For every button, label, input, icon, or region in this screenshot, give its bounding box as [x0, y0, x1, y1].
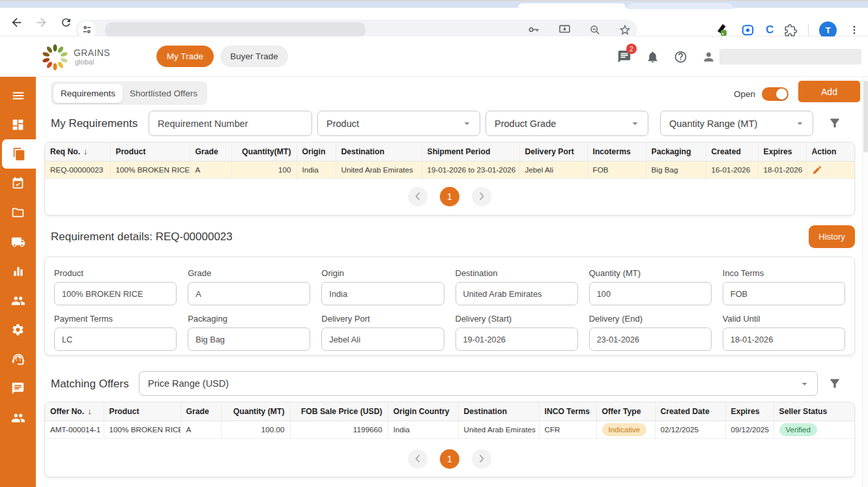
page-1-button[interactable]: 1: [440, 449, 459, 469]
col-packaging[interactable]: Packaging: [646, 143, 706, 161]
field-delivery-end-value[interactable]: 23-01-2026: [589, 327, 712, 351]
price-range-filter-select[interactable]: Price Range (USD): [139, 371, 818, 396]
my-trade-button[interactable]: My Trade: [156, 46, 214, 67]
col-grade[interactable]: Grade: [190, 143, 231, 161]
sidebar-item-chat[interactable]: [0, 374, 36, 403]
open-toggle[interactable]: [762, 87, 788, 101]
page-1-button[interactable]: 1: [440, 187, 459, 206]
tab-requirements[interactable]: Requirements: [53, 84, 123, 103]
help-icon[interactable]: [674, 50, 687, 64]
sidebar-item-reports[interactable]: [0, 257, 36, 286]
extension-box-icon[interactable]: [740, 23, 755, 38]
add-button[interactable]: Add: [798, 81, 860, 102]
sidebar-item-shipping[interactable]: [0, 227, 36, 257]
field-inco-terms: Inco TermsFOB: [723, 268, 845, 305]
field-valid-until-value[interactable]: 18-01-2026: [723, 327, 845, 351]
offers-filter-funnel-icon[interactable]: [828, 377, 841, 390]
forward-button[interactable]: [30, 11, 52, 33]
field-quantity-value[interactable]: 100: [589, 282, 712, 305]
reload-button[interactable]: [55, 11, 77, 33]
user-profile-icon[interactable]: [702, 50, 716, 64]
open-toggle-label: Open: [734, 89, 755, 99]
tab-shortlisted-offers[interactable]: Shortlisted Offers: [123, 84, 205, 103]
col-product[interactable]: Product: [110, 143, 190, 161]
field-delivery-start-value[interactable]: 19-01-2026: [456, 327, 578, 351]
browser-tab-strip: [0, 0, 868, 8]
col-origin-country[interactable]: Origin Country: [388, 402, 458, 421]
field-destination-value[interactable]: United Arab Emirates: [456, 282, 578, 305]
col-offer-type[interactable]: Offer Type: [596, 402, 655, 421]
menu-kebab-icon[interactable]: [848, 24, 860, 36]
quantity-range-filter-select[interactable]: Quantity Range (MT): [660, 111, 813, 136]
col-created-date[interactable]: Created Date: [655, 402, 725, 421]
prev-page-button[interactable]: [408, 449, 427, 469]
col-shipment-period[interactable]: Shipment Period: [422, 143, 519, 161]
field-delivery-start: Delivery (Start)19-01-2026: [456, 314, 578, 351]
field-packaging-value[interactable]: Big Bag: [188, 327, 310, 351]
extensions-puzzle-icon[interactable]: [784, 23, 798, 37]
sidebar-item-requirements[interactable]: [2, 139, 36, 169]
col-seller-status[interactable]: Seller Status: [774, 402, 855, 421]
install-icon[interactable]: [558, 23, 571, 36]
filter-funnel-icon[interactable]: [828, 117, 841, 130]
col-origin[interactable]: Origin: [297, 143, 336, 161]
col-offer-no[interactable]: Offer No.↓: [45, 402, 104, 421]
col-created[interactable]: Created: [706, 143, 758, 161]
product-filter-select[interactable]: Product: [317, 111, 480, 136]
col-req-no[interactable]: Req No.↓: [45, 143, 110, 161]
col-inco-terms[interactable]: INCO Terms: [539, 402, 596, 421]
buyer-trade-button[interactable]: Buyer Trade: [220, 46, 288, 67]
sidebar-item-calendar[interactable]: [0, 169, 36, 198]
prev-page-button[interactable]: [408, 187, 427, 206]
notifications-bell-icon[interactable]: [646, 50, 659, 64]
app-logo[interactable]: GRAINS global: [40, 42, 110, 71]
extension-c-icon[interactable]: C: [766, 23, 774, 36]
back-button[interactable]: [5, 11, 27, 33]
col-expires[interactable]: Expires: [725, 402, 774, 421]
col-destination[interactable]: Destination: [458, 402, 539, 421]
site-settings-icon[interactable]: [78, 21, 96, 38]
offer-row[interactable]: AMT-000014-1 100% BROKEN RICE A 100.00 1…: [45, 421, 855, 438]
field-product: Product100% BROKEN RICE: [54, 268, 177, 305]
requirement-number-input[interactable]: [149, 111, 312, 136]
field-origin-value[interactable]: India: [321, 282, 444, 305]
product-grade-filter-select[interactable]: Product Grade: [485, 111, 648, 136]
sidebar-item-support[interactable]: [0, 344, 36, 374]
messages-count-badge: 2: [626, 44, 637, 54]
field-inco-terms-value[interactable]: FOB: [723, 282, 845, 305]
bookmark-star-icon[interactable]: [618, 23, 631, 36]
offers-pagination: 1: [45, 449, 854, 469]
messages-button[interactable]: 2: [617, 49, 631, 64]
edit-action-cell[interactable]: [806, 161, 855, 178]
sidebar-item-users[interactable]: [0, 403, 36, 432]
sidebar: [0, 77, 36, 487]
sidebar-item-folder[interactable]: [0, 198, 36, 227]
col-grade[interactable]: Grade: [181, 402, 221, 421]
col-quantity[interactable]: Quantity(MT): [231, 143, 297, 161]
col-delivery-port[interactable]: Delivery Port: [519, 143, 587, 161]
history-button[interactable]: History: [809, 225, 855, 248]
field-delivery-port-value[interactable]: Jebel Ali: [321, 327, 444, 351]
requirement-row[interactable]: REQ-00000023 100% BROKEN RICE A 100 Indi…: [45, 161, 855, 178]
col-product[interactable]: Product: [104, 402, 181, 421]
page-scrollbar[interactable]: [862, 77, 868, 487]
sidebar-item-partners[interactable]: [0, 286, 36, 315]
extension-pen-icon[interactable]: [714, 22, 730, 38]
col-action[interactable]: Action: [806, 143, 855, 161]
next-page-button[interactable]: [472, 449, 491, 469]
zoom-out-icon[interactable]: [588, 23, 601, 36]
col-destination[interactable]: Destination: [336, 143, 422, 161]
field-grade-value[interactable]: A: [188, 282, 310, 305]
col-fob-price[interactable]: FOB Sale Price (USD): [290, 402, 388, 421]
scrollbar-thumb[interactable]: [863, 81, 868, 152]
col-incoterms[interactable]: Incoterms: [587, 143, 646, 161]
col-expires[interactable]: Expires: [758, 143, 806, 161]
field-product-value[interactable]: 100% BROKEN RICE: [54, 282, 177, 305]
sidebar-menu-toggle[interactable]: [0, 81, 36, 110]
col-quantity[interactable]: Quantity (MT): [221, 402, 290, 421]
sidebar-item-settings[interactable]: [0, 315, 36, 344]
field-payment-terms-value[interactable]: LC: [54, 327, 177, 351]
sidebar-item-dashboard[interactable]: [0, 110, 36, 139]
passwords-key-icon[interactable]: [527, 23, 541, 36]
next-page-button[interactable]: [472, 187, 491, 206]
